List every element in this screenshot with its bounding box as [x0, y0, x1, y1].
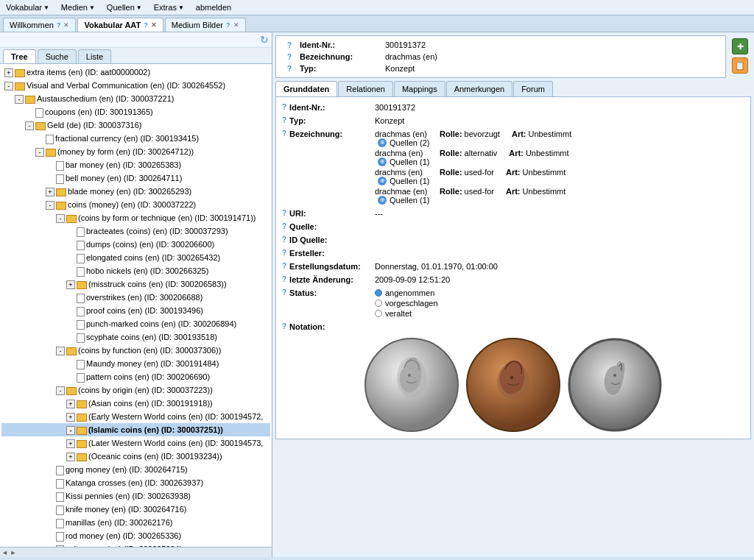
menu-vokabular[interactable]: Vokabular ▼ [3, 1, 52, 13]
tree-node[interactable]: -Austauschedium (en) (ID: 300037221) [1, 92, 270, 105]
expand-icon[interactable]: - [46, 201, 54, 210]
expand-icon[interactable]: - [4, 82, 13, 91]
folder-icon [66, 347, 77, 355]
expand-icon[interactable]: + [66, 280, 75, 289]
detail-datum-help: ? [282, 262, 286, 270]
menu-extras[interactable]: Extras ▼ [151, 1, 187, 13]
detail-ersteller-row: ? Ersteller: [282, 249, 744, 258]
expand-icon[interactable]: - [56, 347, 65, 355]
folder-icon [25, 96, 35, 104]
tab-willkommen[interactable]: Willkommen ? ✕ [3, 18, 76, 32]
tree-node[interactable]: elongated coins (en) (ID: 300265432) [1, 251, 270, 264]
detail-ident-row: ? Ident-Nr.: 300191372 [282, 103, 744, 112]
tree-node[interactable]: -(Islamic coins (en) (ID: 300037251)) [1, 423, 270, 436]
tree-node[interactable]: coupons (en) (ID: 300191365) [1, 105, 270, 118]
status-option[interactable]: vorgeschlagen [375, 299, 744, 308]
tree-node[interactable]: +(Oceanic coins (en) (ID: 300193234)) [1, 450, 270, 463]
expand-icon[interactable]: - [66, 426, 75, 435]
tree-node-label: gong money (en) (ID: 300264715) [66, 465, 188, 474]
detail-tab-grunddaten[interactable]: Grunddaten [275, 81, 337, 96]
quellen-label: Quellen (2) [390, 138, 429, 147]
tree-node[interactable]: overstrikes (en) (ID: 300206688) [1, 291, 270, 304]
folder-icon [35, 122, 46, 130]
folder-icon [77, 453, 87, 461]
tree-node-label: manillas (en) (ID: 300262176) [66, 518, 173, 527]
tree-node[interactable]: gong money (en) (ID: 300264715) [1, 463, 270, 476]
tree-node[interactable]: dumps (coins) (en) (ID: 300206600) [1, 238, 270, 251]
menu-medien[interactable]: Medien ▼ [58, 1, 98, 13]
folder-icon [77, 400, 87, 408]
tree-node[interactable]: Maundy money (en) (ID: 300191484) [1, 357, 270, 370]
tree-node[interactable]: -Visual and Verbal Communication (en) (I… [1, 79, 270, 92]
medium-close-icon[interactable]: ✕ [233, 21, 239, 29]
detail-typ-value: Konzept [375, 116, 744, 125]
page-icon [56, 174, 64, 184]
horizontal-scrollbar[interactable]: ◄ ► [0, 547, 272, 557]
expand-icon[interactable]: + [66, 453, 75, 461]
detail-tab-relationen[interactable]: Relationen [338, 81, 393, 96]
tree-node-label: bar money (en) (ID: 300265383) [66, 160, 181, 169]
tab-vokabular-aat[interactable]: Vokabular AAT ? ✕ [77, 18, 163, 32]
tree-node[interactable]: +(misstruck coins (en) (ID: 300206583)) [1, 277, 270, 291]
tree-node[interactable]: +blade money (en) (ID: 300265293) [1, 185, 270, 198]
tree-node[interactable]: pattern coins (en) (ID: 300206690) [1, 370, 270, 383]
quellen-icon: ⊕ [378, 138, 387, 147]
menu-abmelden[interactable]: abmelden [193, 1, 234, 13]
expand-icon[interactable]: - [56, 214, 65, 223]
expand-icon[interactable]: + [4, 68, 13, 77]
tree-node[interactable]: rod money (en) (ID: 300265336) [1, 529, 270, 542]
bezeichnung-entry: drachmae (en) Rolle: used-for Art: Unbes… [375, 187, 744, 205]
expand-icon[interactable]: + [66, 439, 75, 448]
edit-button[interactable]: 📋 [732, 57, 748, 74]
tree-node[interactable]: -(coins by form or technique (en) (ID: 3… [1, 211, 270, 224]
tree-node[interactable]: fractional currency (en) (ID: 300193415) [1, 132, 270, 145]
tree-node[interactable]: -(coins by function (en) (ID: 300037306)… [1, 344, 270, 357]
tree-node[interactable]: +(Later Western World coins (en) (ID: 30… [1, 436, 270, 450]
left-tab-suche[interactable]: Suche [38, 49, 77, 63]
detail-tab-mappings[interactable]: Mappings [394, 81, 445, 96]
expand-icon[interactable]: + [66, 413, 75, 422]
refresh-row: ↻ [0, 32, 272, 48]
willkommen-close-icon[interactable]: ✕ [63, 21, 69, 29]
tree-node[interactable]: -(coins by origin (en) (ID: 300037223)) [1, 383, 270, 397]
tree-node[interactable]: scyphate coins (en) (ID: 300193518) [1, 330, 270, 344]
tree-node[interactable]: bell money (en) (ID: 300264711) [1, 171, 270, 185]
expand-icon[interactable]: - [25, 121, 34, 130]
left-tab-tree[interactable]: Tree [3, 49, 36, 63]
expand-icon[interactable]: + [46, 188, 54, 196]
tree-node[interactable]: +extra items (en) (ID: aat00000002) [1, 65, 270, 79]
refresh-icon[interactable]: ↻ [260, 34, 269, 46]
tree-node[interactable]: +(Asian coins (en) (ID: 300191918)) [1, 397, 270, 410]
status-option[interactable]: veraltet [375, 309, 744, 318]
detail-tab-anmerkungen[interactable]: Anmerkungen [446, 81, 513, 96]
expand-icon[interactable]: - [15, 95, 24, 104]
tree-node[interactable]: -coins (money) (en) (ID: 300037222) [1, 198, 270, 211]
tree-node[interactable]: manillas (en) (ID: 300262176) [1, 516, 270, 529]
tree-node[interactable]: knife money (en) (ID: 300264716) [1, 503, 270, 516]
detail-tab-forum[interactable]: Forum [513, 81, 553, 96]
expand-icon[interactable]: - [56, 386, 65, 395]
left-tab-liste[interactable]: Liste [78, 49, 111, 63]
bez-rolle: Rolle: alternativ [440, 149, 497, 157]
tree-node[interactable]: Kissi pennies (en) (ID: 300263938) [1, 489, 270, 503]
tree-node-label: (coins by function (en) (ID: 300037306)) [78, 346, 221, 355]
page-icon [77, 227, 85, 237]
tree-node[interactable]: +(Early Western World coins (en) (ID: 30… [1, 410, 270, 423]
tree-area[interactable]: +extra items (en) (ID: aat00000002)-Visu… [0, 64, 272, 547]
menu-quellen[interactable]: Quellen ▼ [104, 1, 145, 13]
tree-node[interactable]: proof coins (en) (ID: 300193496) [1, 304, 270, 317]
tree-node[interactable]: -(money by form (en) (ID: 300264712)) [1, 145, 270, 158]
status-option[interactable]: angenommen [375, 288, 744, 297]
tree-node[interactable]: Katanga crosses (en) (ID: 300263937) [1, 476, 270, 489]
tree-node[interactable]: punch-marked coins (en) (ID: 300206894) [1, 317, 270, 330]
expand-icon[interactable]: + [66, 400, 75, 408]
expand-icon[interactable]: - [35, 148, 44, 157]
tree-node[interactable]: bar money (en) (ID: 300265383) [1, 158, 270, 171]
tree-node[interactable]: hobo nickels (en) (ID: 300266325) [1, 264, 270, 277]
bez-art: Art: Unbestimmt [506, 187, 566, 196]
vokabular-close-icon[interactable]: ✕ [151, 21, 157, 29]
tree-node[interactable]: bracteates (coins) (en) (ID: 300037293) [1, 224, 270, 238]
add-button[interactable]: ✚ [732, 38, 748, 54]
tab-medium-bilder[interactable]: Medium Bilder ? ✕ [165, 18, 246, 32]
tree-node[interactable]: -Geld (de) (ID: 300037316) [1, 118, 270, 132]
